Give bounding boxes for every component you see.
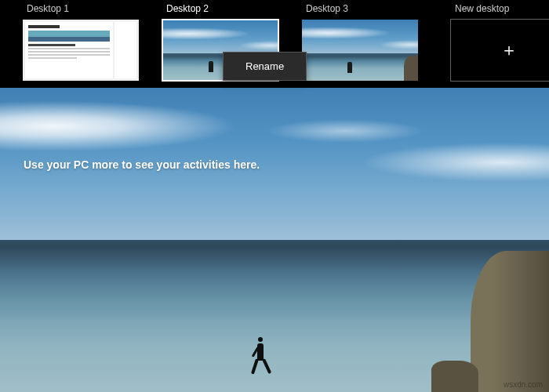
wallpaper-cloud	[267, 119, 424, 143]
new-desktop-label: New desktop	[455, 3, 549, 14]
wallpaper-cloud	[0, 99, 251, 154]
new-desktop[interactable]: New desktop ＋	[450, 3, 549, 82]
desktop-1[interactable]: Desktop 1	[22, 3, 140, 82]
thumb-app-window	[23, 20, 139, 81]
plus-icon: ＋	[500, 42, 518, 59]
wallpaper-cloud	[361, 143, 549, 182]
desktop-3-label: Desktop 3	[306, 3, 419, 14]
desktop-1-thumbnail[interactable]	[22, 19, 140, 82]
activity-empty-message: Use your PC more to see your activities …	[24, 158, 260, 171]
wallpaper-rock	[471, 251, 549, 392]
new-desktop-button[interactable]: ＋	[450, 19, 549, 82]
wallpaper-person	[251, 337, 270, 380]
watermark: wsxdn.com	[504, 380, 543, 389]
context-menu: Rename	[223, 52, 307, 81]
desktop-2-label: Desktop 2	[166, 3, 279, 14]
desktop-3-thumbnail[interactable]	[301, 19, 419, 82]
wallpaper-area: Use your PC more to see your activities …	[0, 88, 549, 392]
desktop-3[interactable]: Desktop 3	[301, 3, 419, 82]
desktop-1-label: Desktop 1	[27, 3, 140, 14]
rename-menu-item[interactable]: Rename	[224, 53, 306, 80]
